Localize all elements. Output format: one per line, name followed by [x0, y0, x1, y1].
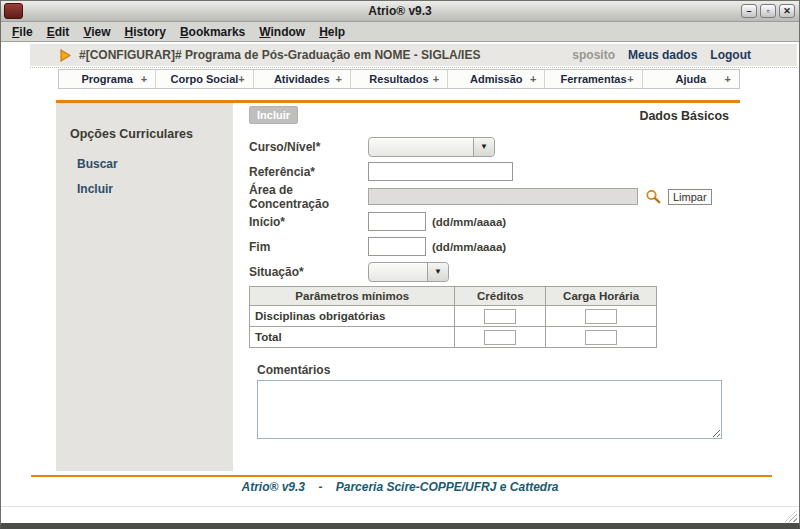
- incluir-button[interactable]: Incluir: [249, 106, 298, 124]
- table-row-total: Total: [250, 327, 657, 348]
- tab-atividades-label: Atividades: [274, 73, 330, 85]
- footer-separator: -: [318, 480, 322, 494]
- resize-grip-icon[interactable]: [785, 510, 797, 522]
- header-creditos: Créditos: [455, 287, 546, 306]
- situacao-select-value: [369, 263, 427, 281]
- tab-programa-expand-icon[interactable]: +: [141, 73, 147, 85]
- menu-help[interactable]: Help: [312, 25, 352, 39]
- footer-partnership: Parceria Scire-COPPE/UFRJ e Cattedra: [336, 480, 559, 494]
- fim-format-hint: (dd/mm/aaaa): [432, 241, 506, 253]
- logout-link[interactable]: Logout: [710, 48, 751, 62]
- disciplinas-creditos-cell: [455, 306, 546, 327]
- header-divider: [30, 67, 797, 68]
- header-carga-horaria: Carga Horária: [546, 287, 657, 306]
- disciplinas-label: Disciplinas obrigatórias: [250, 306, 455, 327]
- sidebar-title: Opções Curriculares: [70, 127, 223, 141]
- total-creditos-input[interactable]: [484, 330, 516, 345]
- situacao-chevron-down-icon[interactable]: ▼: [427, 263, 448, 281]
- tab-atividades-expand-icon[interactable]: +: [335, 73, 341, 85]
- page-content: #[CONFIGURAR]# Programa de Pós-Graduação…: [1, 42, 799, 506]
- inicio-input[interactable]: [368, 212, 426, 231]
- comentarios-textarea[interactable]: [257, 380, 722, 439]
- sidebar-item-buscar[interactable]: Buscar: [77, 157, 223, 171]
- situacao-label: Situação*: [249, 265, 368, 279]
- tab-ferramentas[interactable]: Ferramentas +: [544, 70, 641, 88]
- close-button[interactable]: ✕: [779, 4, 795, 18]
- menu-history[interactable]: History: [118, 25, 173, 39]
- tab-ferramentas-expand-icon[interactable]: +: [627, 73, 633, 85]
- footer-brand: Atrio® v9.3: [242, 480, 306, 494]
- app-header: #[CONFIGURAR]# Programa de Pós-Graduação…: [30, 44, 797, 66]
- window-controls: – ▫ ✕: [741, 4, 795, 18]
- field-row-situacao: Situação* ▼: [249, 259, 741, 284]
- tab-resultados[interactable]: Resultados +: [350, 70, 447, 88]
- table-row-disciplinas: Disciplinas obrigatórias: [250, 306, 657, 327]
- footer: Atrio® v9.3 - Parceria Scire-COPPE/UFRJ …: [1, 480, 799, 494]
- breadcrumb-arrow-icon: [60, 49, 71, 62]
- tab-corpo-social[interactable]: Corpo Social +: [155, 70, 252, 88]
- window-title: Atrio® v9.3: [1, 4, 799, 18]
- tab-programa-label: Programa: [81, 73, 132, 85]
- menu-window[interactable]: Window: [252, 25, 312, 39]
- inicio-format-hint: (dd/mm/aaaa): [432, 216, 506, 228]
- tab-admissao[interactable]: Admissão +: [447, 70, 544, 88]
- area-input: [368, 188, 638, 205]
- area-label: Área de Concentração: [249, 183, 368, 211]
- field-row-area: Área de Concentração Limpar: [249, 184, 741, 209]
- menu-bookmarks[interactable]: Bookmarks: [173, 25, 252, 39]
- curso-chevron-down-icon[interactable]: ▼: [473, 138, 494, 156]
- limpar-button[interactable]: Limpar: [668, 189, 712, 205]
- form-toolbar: Incluir Dados Básicos: [241, 103, 741, 131]
- menu-view[interactable]: View: [76, 25, 117, 39]
- tab-corpo-social-expand-icon[interactable]: +: [238, 73, 244, 85]
- curso-select[interactable]: ▼: [368, 137, 495, 157]
- main-nav-tabs: Programa + Corpo Social + Atividades + R…: [58, 69, 740, 89]
- form-fields: Curso/Nível* ▼ Referência* Área de Conce…: [241, 134, 741, 439]
- page-title: Dados Básicos: [639, 106, 729, 123]
- comentarios-label: Comentários: [257, 363, 741, 377]
- status-bar: [1, 506, 799, 523]
- table-header-row: Parâmetros mínimos Créditos Carga Horári…: [250, 287, 657, 306]
- tab-ajuda-label: Ajuda: [676, 73, 707, 85]
- search-icon[interactable]: [645, 189, 661, 204]
- field-row-inicio: Início* (dd/mm/aaaa): [249, 209, 741, 234]
- referencia-label: Referência*: [249, 165, 368, 179]
- minimize-button[interactable]: –: [741, 4, 757, 18]
- maximize-button[interactable]: ▫: [760, 4, 776, 18]
- username-label: sposito: [572, 48, 615, 62]
- tab-resultados-expand-icon[interactable]: +: [433, 73, 439, 85]
- tab-ferramentas-label: Ferramentas: [561, 73, 627, 85]
- fim-input[interactable]: [368, 237, 426, 256]
- curso-label: Curso/Nível*: [249, 140, 368, 154]
- breadcrumb: #[CONFIGURAR]# Programa de Pós-Graduação…: [79, 48, 480, 62]
- field-row-referencia: Referência*: [249, 159, 741, 184]
- total-carga-cell: [546, 327, 657, 348]
- tab-admissao-expand-icon[interactable]: +: [530, 73, 536, 85]
- situacao-select[interactable]: ▼: [368, 262, 449, 282]
- total-label: Total: [250, 327, 455, 348]
- tab-ajuda-expand-icon[interactable]: +: [725, 73, 731, 85]
- menu-file[interactable]: File: [5, 25, 40, 39]
- curso-select-value: [369, 138, 473, 156]
- total-carga-input[interactable]: [585, 330, 617, 345]
- field-row-curso: Curso/Nível* ▼: [249, 134, 741, 159]
- total-creditos-cell: [455, 327, 546, 348]
- my-data-link[interactable]: Meus dados: [628, 48, 697, 62]
- disciplinas-carga-input[interactable]: [585, 309, 617, 324]
- tab-corpo-social-label: Corpo Social: [171, 73, 239, 85]
- browser-window: Atrio® v9.3 – ▫ ✕ File Edit View History…: [0, 0, 800, 529]
- disciplinas-carga-cell: [546, 306, 657, 327]
- menu-edit[interactable]: Edit: [40, 25, 77, 39]
- tab-ajuda[interactable]: Ajuda +: [642, 70, 739, 88]
- tab-programa[interactable]: Programa +: [59, 70, 155, 88]
- header-parametros: Parâmetros mínimos: [250, 287, 455, 306]
- accent-rule-footer: [31, 475, 772, 477]
- sidebar-item-incluir[interactable]: Incluir: [77, 182, 223, 196]
- sidebar: Opções Curriculares Buscar Incluir: [56, 103, 233, 471]
- disciplinas-creditos-input[interactable]: [484, 309, 516, 324]
- tab-atividades[interactable]: Atividades +: [253, 70, 350, 88]
- main-form-area: Incluir Dados Básicos Curso/Nível* ▼ Ref…: [241, 103, 741, 439]
- user-area: sposito Meus dados Logout: [572, 48, 797, 62]
- fim-label: Fim: [249, 240, 368, 254]
- referencia-input[interactable]: [368, 162, 513, 181]
